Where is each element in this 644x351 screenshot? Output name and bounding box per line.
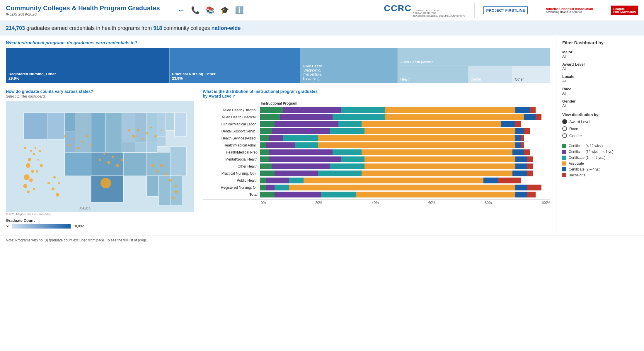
legend-label-associate: Associate <box>569 161 584 166</box>
svg-rect-18 <box>170 146 186 176</box>
graduation-icon[interactable]: 🎓 <box>220 6 229 14</box>
info-icon[interactable]: ℹ️ <box>235 6 244 14</box>
bar-label: Dental Support Servic.. <box>203 129 260 133</box>
treemap-allied-medical[interactable]: Allied Health (Medical <box>398 48 550 66</box>
bar-row-total: Total <box>203 192 550 197</box>
bar-container <box>260 107 550 113</box>
svg-point-65 <box>175 185 177 187</box>
svg-point-78 <box>58 182 60 184</box>
svg-point-68 <box>99 159 101 161</box>
svg-rect-13 <box>175 113 186 136</box>
legend-min: 51 <box>6 224 10 228</box>
summary-text2: community colleges <box>163 25 211 31</box>
filter-group-locale[interactable]: Locale All <box>562 74 638 83</box>
svg-point-35 <box>33 188 35 190</box>
svg-point-59 <box>100 178 111 188</box>
summary-text3: . <box>242 25 244 31</box>
treemap[interactable]: Registered Nursing, Other 29.9% Practica… <box>6 48 550 83</box>
svg-point-43 <box>36 170 38 173</box>
filter-label-major: Major <box>562 50 638 54</box>
svg-point-45 <box>68 144 70 146</box>
svg-point-74 <box>47 182 50 184</box>
legend-max: 18,892 <box>73 224 84 228</box>
svg-point-47 <box>77 147 79 149</box>
legend-label: Graduate Count <box>6 218 194 223</box>
svg-point-44 <box>64 135 66 137</box>
treemap-dental[interactable]: Dental <box>468 66 513 83</box>
svg-point-66 <box>175 190 178 193</box>
filter-label-award: Award Level <box>562 62 638 67</box>
svg-rect-9 <box>135 113 147 142</box>
bar-label: Public Health <box>203 178 260 183</box>
back-icon[interactable]: ← <box>178 6 185 15</box>
treemap-health[interactable]: Health <box>398 66 468 83</box>
svg-point-51 <box>128 129 130 132</box>
filter-group-major[interactable]: Major All <box>562 50 638 59</box>
legend-label-bachelors: Bachelor's <box>569 173 585 177</box>
footer: Note: Programs with no (0) graduate coun… <box>0 236 644 245</box>
treemap-other[interactable]: Other <box>512 66 550 83</box>
radio-gender[interactable]: Gender <box>562 133 638 138</box>
svg-point-30 <box>26 163 30 168</box>
page-subtitle: IPEDS 2019-2020 <box>6 12 160 16</box>
svg-point-55 <box>146 132 148 134</box>
programs-title: What instructional programs do graduates… <box>6 40 550 45</box>
filter-value-locale: All <box>562 79 638 83</box>
filter-group-gender[interactable]: Gender All <box>562 99 638 108</box>
bar-row-allied-diagno: Allied Health (Diagno.. <box>203 107 550 113</box>
legend-item-cert-4yr: Certificate (2 – 4 yr.) <box>562 167 638 171</box>
treemap-allied-diagnostic[interactable]: Allied Health(Diagnostic,Intervention,Tr… <box>300 48 398 83</box>
bar-row-dental: Dental Support Servic.. <box>203 128 550 134</box>
bar-row-health-prep: Health/Medical Prep <box>203 149 550 155</box>
phone-icon[interactable]: 📞 <box>191 6 200 14</box>
legend-label-cert-12wks: Certificate (< 12 wks.) <box>569 144 603 148</box>
map-section-title: How do graduate counts vary across state… <box>6 89 194 94</box>
view-dist-label: View distribution by: <box>562 113 638 117</box>
bar-row-practical-nursing: Practical Nursing, Oth.. <box>203 171 550 176</box>
bar-row-other-health: Other Health <box>203 163 550 169</box>
graduate-count: 214,703 <box>6 25 25 31</box>
svg-point-70 <box>107 161 110 164</box>
legend-item-cert-1yr: Certificate (12 wks. – < 1 yr.) <box>562 150 638 154</box>
legend-label-cert-1yr: Certificate (12 wks. – < 1 yr.) <box>569 150 613 154</box>
footer-note: Note: Programs with no (0) graduate coun… <box>6 238 148 242</box>
filter-label-gender: Gender <box>562 99 638 103</box>
radio-circle-race[interactable] <box>562 126 567 131</box>
svg-point-67 <box>172 197 174 199</box>
map-box[interactable]: Mexico <box>6 101 194 212</box>
svg-rect-17 <box>147 152 170 176</box>
filter-group-award[interactable]: Award Level All <box>562 62 638 71</box>
bar-row-mental: Mental/Social Health <box>203 156 550 162</box>
x-axis: 0% 20% 40% 60% 80% 100% <box>203 199 550 205</box>
bar-row-public-health: Public Health <box>203 178 550 183</box>
svg-point-29 <box>33 153 35 155</box>
svg-rect-6 <box>91 113 106 152</box>
radio-race[interactable]: Race <box>562 126 638 131</box>
y-axis-label: Instructional Program <box>203 101 550 105</box>
svg-rect-7 <box>106 113 122 152</box>
svg-point-39 <box>35 147 36 149</box>
radio-circle-gender[interactable] <box>562 133 567 138</box>
svg-point-31 <box>31 170 34 173</box>
treemap-practical-nursing[interactable]: Practical Nursing, Other 23.9% <box>169 48 300 83</box>
svg-point-42 <box>40 164 43 167</box>
svg-point-54 <box>142 138 143 140</box>
svg-rect-26 <box>157 136 166 146</box>
svg-point-33 <box>29 178 33 182</box>
treemap-registered-nursing[interactable]: Registered Nursing, Other 29.9% <box>6 48 169 83</box>
legend-item-cert-2yr: Certificate (1 – < 2 yrs.) <box>562 156 638 160</box>
legend-item-bachelors: Bachelor's <box>562 173 638 177</box>
filter-value-race: All <box>562 91 638 96</box>
bar-chart: Allied Health (Diagno.. Allied Health (M… <box>203 107 550 197</box>
summary-bar: 214,703 graduates earned credentials in … <box>0 21 644 35</box>
svg-rect-11 <box>157 113 166 136</box>
radio-circle-award[interactable] <box>562 119 567 124</box>
bar-label: Total <box>203 192 260 197</box>
filter-group-race[interactable]: Race All <box>562 87 638 96</box>
radio-award-level[interactable]: Award Level <box>562 119 638 124</box>
svg-rect-24 <box>135 142 147 152</box>
header-title: Community Colleges & Health Program Grad… <box>6 4 160 16</box>
svg-rect-12 <box>166 113 175 130</box>
books-icon[interactable]: 📚 <box>206 6 214 14</box>
svg-point-56 <box>150 127 152 128</box>
